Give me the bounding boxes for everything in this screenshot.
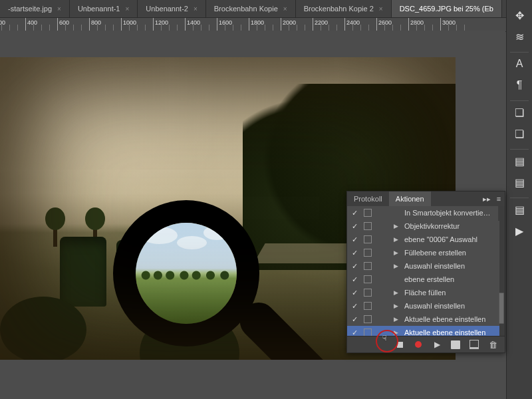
document-tabs: -startseite.jpg× Unbenannt-1× Unbenannt-…: [0, 0, 532, 18]
panel-menu-icon[interactable]: ≡: [493, 195, 505, 203]
dialog-toggle[interactable]: [362, 222, 374, 230]
doc-tab-label: -startseite.jpg: [8, 5, 52, 13]
record-button[interactable]: [412, 339, 425, 350]
expand-icon[interactable]: ▶: [394, 329, 403, 336]
doc-tab-label: DSC_4659.JPG bei 25% (Eb: [400, 5, 493, 13]
doc-tab-1[interactable]: Unbenannt-1×: [70, 0, 138, 17]
ruler-mark: 1800: [249, 18, 249, 31]
doc-tab-3[interactable]: Brockenbahn Kopie×: [206, 0, 296, 17]
action-label: Aktuelle ebene einstellen: [403, 315, 505, 323]
horizontal-ruler[interactable]: 2004006008001000120014001600180020002200…: [0, 18, 532, 32]
doc-tab-5[interactable]: DSC_4659.JPG bei 25% (Eb: [392, 0, 502, 17]
actions-footer: ▶ 🗑: [347, 336, 505, 352]
dialog-toggle[interactable]: [362, 289, 374, 297]
doc-tab-label: Brockenbahn Kopie: [214, 5, 278, 13]
channels-panel-icon[interactable]: ▤: [511, 154, 528, 168]
close-icon[interactable]: ×: [194, 5, 198, 13]
panel-tabs: Protokoll Aktionen ▸▸ ≡: [347, 192, 505, 206]
action-row[interactable]: ✓▶Objektivkorrektur: [347, 219, 505, 233]
layers-panel-icon[interactable]: ❏: [511, 105, 528, 120]
close-icon[interactable]: ×: [283, 5, 287, 13]
ruler-mark: 1000: [121, 18, 122, 31]
ruler-mark: 1400: [185, 18, 186, 31]
ruler-mark: 2400: [344, 18, 345, 31]
close-icon[interactable]: ×: [57, 5, 61, 13]
ruler-mark: 1600: [217, 18, 217, 31]
actions-list[interactable]: ▴ ✓In Smartobjekt konvertie…✓▶Objektivko…: [347, 206, 505, 336]
dialog-toggle[interactable]: [362, 262, 374, 270]
action-row[interactable]: ✓▶Auswahl einstellen: [347, 259, 505, 273]
expand-icon[interactable]: ▶: [394, 316, 403, 323]
actions-panel: Protokoll Aktionen ▸▸ ≡ ▴ ✓In Smartobjek…: [346, 191, 505, 353]
character-panel-icon[interactable]: A: [511, 57, 528, 71]
doc-tab-4[interactable]: Brockenbahn Kopie 2×: [296, 0, 392, 17]
new-set-button[interactable]: [449, 339, 462, 350]
dialog-toggle[interactable]: [362, 209, 374, 217]
action-label: Fläche füllen: [403, 289, 505, 297]
protocol-panel-icon[interactable]: ▤: [511, 202, 528, 217]
ruler-mark: 2800: [408, 18, 409, 31]
expand-icon[interactable]: ▶: [394, 303, 403, 309]
toggle-checkmark[interactable]: ✓: [347, 222, 362, 231]
right-toolbar: ✥ ≋ A ¶ ❏ ❏ ▤ ▤ ▤ ▶: [506, 0, 532, 399]
doc-tab-2[interactable]: Unbenannt-2×: [138, 0, 205, 17]
dialog-toggle[interactable]: [362, 302, 374, 310]
action-row[interactable]: ✓In Smartobjekt konvertie…: [347, 206, 505, 219]
doc-tab-0[interactable]: -startseite.jpg×: [0, 0, 70, 17]
expand-icon[interactable]: ▶: [394, 249, 403, 256]
close-icon[interactable]: ×: [379, 5, 383, 13]
dialog-toggle[interactable]: [362, 275, 374, 283]
action-label: Auswahl einstellen: [403, 262, 505, 270]
dialog-toggle[interactable]: [362, 329, 374, 336]
history-panel-icon[interactable]: ✥: [511, 8, 528, 23]
ruler-mark: 600: [57, 18, 58, 31]
action-label: Objektivkorrektur: [403, 222, 505, 230]
new-action-button[interactable]: [467, 339, 481, 350]
play-button[interactable]: ▶: [430, 339, 444, 350]
action-label: Auswahl einstellen: [403, 302, 505, 310]
action-row[interactable]: ✓▶Fläche füllen: [347, 286, 505, 299]
toggle-checkmark[interactable]: ✓: [347, 289, 362, 297]
action-row[interactable]: ✓ebene erstellen: [347, 273, 505, 286]
action-row[interactable]: ✓▶ebene "0006" Auswahl: [347, 233, 505, 246]
action-label: Füllebene erstellen: [403, 249, 505, 257]
expand-icon[interactable]: ▶: [394, 236, 403, 243]
dialog-toggle[interactable]: [362, 235, 374, 243]
actions-panel-icon[interactable]: ▶: [511, 223, 528, 238]
expand-icon[interactable]: ▶: [394, 223, 403, 229]
action-row[interactable]: ✓▶Füllebene erstellen: [347, 246, 505, 259]
expand-icon[interactable]: ▶: [394, 289, 403, 296]
doc-tab-label: Unbenannt-2: [146, 5, 188, 13]
action-label: In Smartobjekt konvertie…: [403, 209, 505, 217]
toggle-checkmark[interactable]: ✓: [347, 235, 362, 244]
action-row[interactable]: ✓▶Aktuelle ebene einstellen: [347, 313, 505, 326]
layer-comps-panel-icon[interactable]: ❏: [511, 126, 528, 141]
ruler-mark: 2200: [313, 18, 313, 31]
scrollbar[interactable]: [499, 206, 505, 336]
expand-icon[interactable]: ▶: [394, 263, 403, 269]
toggle-checkmark[interactable]: ✓: [347, 329, 362, 336]
toggle-checkmark[interactable]: ✓: [347, 209, 362, 217]
paths-panel-icon[interactable]: ▤: [511, 175, 528, 190]
tab-protokoll[interactable]: Protokoll: [347, 192, 389, 206]
action-row[interactable]: ✓▶Aktuelle ebene einstellen: [347, 326, 505, 336]
panel-collapse-icon[interactable]: ▸▸: [481, 195, 493, 203]
toggle-checkmark[interactable]: ✓: [347, 302, 362, 311]
delete-button[interactable]: 🗑: [486, 339, 499, 350]
paragraph-panel-icon[interactable]: ¶: [511, 78, 528, 92]
toggle-checkmark[interactable]: ✓: [347, 249, 362, 257]
ruler-mark: 2000: [281, 18, 281, 31]
action-row[interactable]: ✓▶Auswahl einstellen: [347, 299, 505, 313]
dialog-toggle[interactable]: [362, 249, 374, 257]
toggle-checkmark[interactable]: ✓: [347, 275, 362, 284]
dialog-toggle[interactable]: [362, 315, 374, 323]
toggle-checkmark[interactable]: ✓: [347, 262, 362, 271]
toggle-checkmark[interactable]: ✓: [347, 315, 362, 324]
ruler-mark: 1200: [153, 18, 154, 31]
tab-aktionen[interactable]: Aktionen: [389, 192, 431, 206]
ruler-mark: 2600: [376, 18, 377, 31]
doc-tab-label: Unbenannt-1: [78, 5, 120, 13]
close-icon[interactable]: ×: [125, 5, 129, 13]
properties-panel-icon[interactable]: ≋: [511, 29, 528, 44]
stop-button[interactable]: [393, 339, 406, 350]
